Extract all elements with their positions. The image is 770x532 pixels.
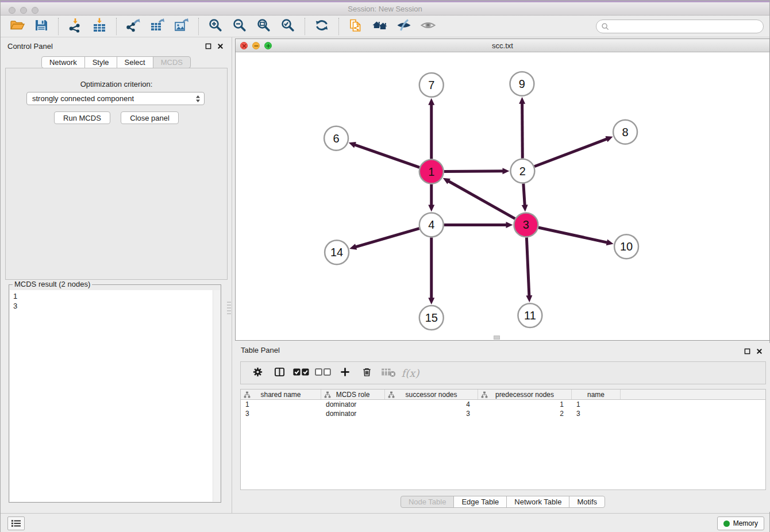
float-panel-icon[interactable] — [204, 42, 212, 50]
zoom-fit-button[interactable] — [256, 18, 272, 34]
zoom-fit-icon — [256, 18, 271, 34]
create-column-button[interactable] — [336, 364, 353, 381]
network-graph: 7968124314101511 — [236, 52, 769, 340]
result-scrollbar[interactable] — [213, 290, 220, 502]
cell-MCDS-role[interactable]: dominator — [321, 409, 385, 418]
export-table-button[interactable] — [149, 18, 165, 34]
search-input[interactable] — [613, 22, 759, 30]
graph-edge-arrow — [522, 205, 528, 211]
network-window-title: scc.txt — [236, 41, 769, 50]
table-close-panel-icon[interactable] — [755, 347, 763, 355]
tab-edge-table[interactable]: Edge Table — [453, 496, 507, 508]
show-all-button[interactable] — [420, 18, 436, 34]
delete-columns-button[interactable] — [358, 364, 375, 381]
app-titlebar: Session: New Session — [1, 2, 769, 16]
column-label: shared name — [260, 391, 301, 399]
tab-node-table[interactable]: Node Table — [401, 496, 455, 508]
tab-motifs[interactable]: Motifs — [569, 496, 605, 508]
cell-name[interactable]: 1 — [572, 400, 621, 409]
tab-network-table[interactable]: Network Table — [506, 496, 569, 508]
column-header-shared-name[interactable]: shared name — [241, 390, 321, 399]
clear-selection-button[interactable] — [314, 364, 332, 381]
cell-predecessor-nodes[interactable]: 1 — [478, 400, 572, 409]
column-header-successor-nodes[interactable]: successor nodes — [385, 390, 478, 399]
save-icon — [34, 18, 49, 34]
cell-shared-name[interactable]: 1 — [241, 400, 321, 409]
run-mcds-button[interactable]: Run MCDS — [54, 111, 110, 124]
graph-edge-2-9[interactable] — [522, 103, 523, 159]
tab-select[interactable]: Select — [117, 56, 153, 68]
export-network-icon — [126, 18, 141, 34]
cell-name[interactable]: 3 — [572, 409, 621, 418]
graph-edge-3-1[interactable] — [448, 181, 515, 219]
column-header-MCDS-role[interactable]: MCDS role — [321, 390, 385, 399]
table-body: 1dominator4113dominator323 — [241, 400, 765, 418]
graph-edge-1-2[interactable] — [444, 171, 504, 172]
graph-edge-2-8[interactable] — [534, 138, 607, 166]
tab-network[interactable]: Network — [41, 56, 85, 68]
splitter-grip[interactable] — [227, 302, 231, 314]
table-tabs: Node TableEdge TableNetwork TableMotifs — [401, 496, 605, 508]
column-header-predecessor-nodes[interactable]: predecessor nodes — [478, 390, 572, 399]
memory-button[interactable]: Memory — [717, 516, 764, 530]
cell-shared-name[interactable]: 3 — [241, 409, 321, 418]
apply-layout-button[interactable] — [314, 18, 330, 34]
select-all-button[interactable] — [292, 364, 310, 381]
toggle-panel-mode-button[interactable] — [271, 364, 288, 381]
cell-predecessor-nodes[interactable]: 2 — [478, 409, 572, 418]
search-box[interactable] — [596, 20, 764, 33]
network-view-window: scc.txt 7968124314101511 — [235, 38, 770, 341]
network-canvas[interactable]: 7968124314101511 — [236, 52, 769, 340]
tab-style[interactable]: Style — [84, 56, 117, 68]
zoom-in-button[interactable] — [207, 18, 224, 34]
graph-node-label: 8 — [622, 126, 629, 138]
zoom-out-button[interactable] — [232, 18, 248, 34]
table-settings-button[interactable] — [249, 364, 266, 381]
graph-edge-arrow — [349, 142, 356, 148]
column-type-icon — [481, 391, 488, 398]
graph-edge-3-11[interactable] — [526, 237, 529, 296]
control-panel-tabs: NetworkStyleSelectMCDS — [41, 56, 191, 68]
criterion-select[interactable]: strongly connected component — [26, 92, 205, 105]
graph-edge-2-3[interactable] — [523, 183, 525, 206]
eye-slash-icon — [396, 18, 411, 34]
table-panel-title: Table Panel — [241, 346, 280, 354]
canvas-resize-grip[interactable] — [494, 336, 500, 340]
open-session-button[interactable] — [9, 18, 25, 34]
hide-selected-button[interactable] — [396, 18, 412, 34]
import-network-button[interactable] — [67, 18, 83, 34]
graph-edge-arrow — [526, 295, 532, 302]
application-window: Session: New Session Control Panel Netwo… — [0, 0, 770, 532]
graph-edge-arrow — [428, 98, 434, 105]
close-panel-icon[interactable] — [216, 42, 224, 50]
graph-node-label: 15 — [425, 311, 438, 324]
browser-button[interactable] — [372, 18, 388, 34]
graph-edge-1-6[interactable] — [354, 145, 419, 168]
tab-mcds[interactable]: MCDS — [153, 56, 191, 68]
app-title: Session: New Session — [1, 5, 769, 13]
import-table-button[interactable] — [91, 18, 107, 34]
graph-node-label: 11 — [524, 309, 536, 322]
graph-edge-4-14[interactable] — [355, 229, 419, 248]
cell-successor-nodes[interactable]: 4 — [385, 400, 478, 409]
graph-node-label: 2 — [519, 165, 526, 178]
export-network-button[interactable] — [125, 18, 141, 34]
cell-MCDS-role[interactable]: dominator — [321, 400, 385, 409]
column-header-name[interactable]: name — [572, 390, 621, 399]
export-image-button[interactable] — [174, 18, 190, 34]
task-history-button[interactable] — [7, 516, 25, 530]
zoom-selected-button[interactable] — [280, 18, 296, 34]
table-float-panel-icon[interactable] — [743, 347, 751, 355]
graph-edge-3-10[interactable] — [538, 228, 608, 242]
cell-successor-nodes[interactable]: 3 — [385, 409, 478, 418]
close-panel-button[interactable]: Close panel — [121, 111, 179, 124]
duplicate-network-button[interactable] — [348, 18, 364, 34]
result-line: 1 — [13, 291, 220, 301]
column-type-icon — [388, 391, 395, 398]
graph-edge-arrow — [605, 136, 613, 142]
save-session-button[interactable] — [33, 18, 49, 34]
graph-node-label: 6 — [333, 132, 340, 145]
mcds-result-text[interactable]: 13 — [10, 290, 220, 502]
network-window-titlebar[interactable]: scc.txt — [236, 39, 769, 52]
optimization-criterion-label: Optimization criterion: — [6, 80, 227, 88]
